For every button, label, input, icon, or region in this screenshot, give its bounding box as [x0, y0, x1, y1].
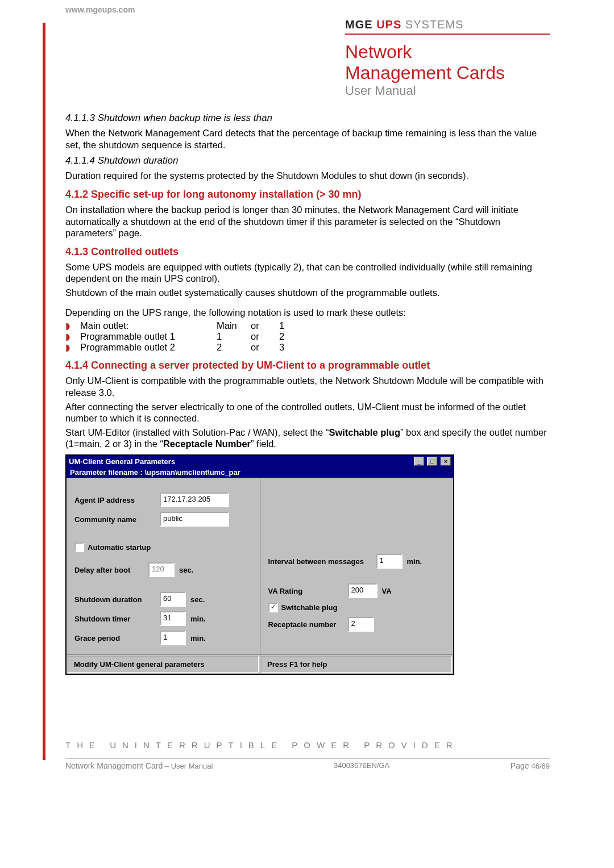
- interval-label: Interval between messages: [268, 557, 376, 566]
- text-414c-a: Start UM-Editor (installed with Solution…: [65, 427, 329, 437]
- brand-mge: MGE: [345, 18, 373, 31]
- window-titlebar[interactable]: UM-Client General Parameters _ □ ×: [67, 456, 453, 467]
- text-4114: Duration required for the systems protec…: [65, 170, 550, 182]
- delay-unit: sec.: [179, 566, 193, 574]
- doc-title-line2: Management Cards: [345, 62, 550, 84]
- footer-left: Network Management Card – User Manual: [65, 761, 213, 770]
- status-left: Modify UM-Client general parameters: [68, 656, 259, 673]
- heading-412: 4.1.2 Specific set-up for long autonomy …: [65, 189, 550, 201]
- va-label: VA Rating: [268, 587, 348, 595]
- heading-413: 4.1.3 Controlled outlets: [65, 246, 550, 258]
- receptacle-input[interactable]: 2: [348, 617, 374, 632]
- outlet-c2: or: [251, 331, 279, 342]
- minimize-button[interactable]: _: [414, 457, 424, 466]
- outlet-c3: 1: [279, 320, 302, 331]
- outlet-row-0: ◗ Main outlet: Main or 1: [65, 320, 550, 331]
- text-414c: Start UM-Editor (installed with Solution…: [65, 427, 550, 450]
- doc-title-line1: Network: [345, 41, 550, 62]
- va-unit: VA: [382, 587, 392, 595]
- interval-unit: min.: [407, 557, 422, 566]
- um-client-window: UM-Client General Parameters _ □ × Param…: [65, 454, 454, 675]
- window-title: UM-Client General Parameters: [69, 457, 175, 466]
- header-right: MGE UPS SYSTEMS Network Management Cards…: [345, 18, 550, 98]
- outlet-label: Programmable outlet 2: [80, 342, 217, 353]
- agent-ip-label: Agent IP address: [74, 496, 160, 504]
- footer-right: Page 46/69: [511, 761, 550, 770]
- text-414c-e: ” field.: [251, 439, 276, 449]
- brand-row: MGE UPS SYSTEMS: [345, 18, 550, 32]
- shutdown-timer-unit: min.: [190, 615, 206, 623]
- outlet-c2: or: [251, 320, 279, 331]
- outlet-c1: 1: [217, 331, 251, 342]
- outlet-c2: or: [251, 342, 279, 353]
- bullet-icon: ◗: [65, 342, 80, 353]
- maximize-button[interactable]: □: [427, 457, 437, 466]
- close-button[interactable]: ×: [441, 457, 451, 466]
- doc-subtitle: User Manual: [345, 84, 550, 98]
- va-input[interactable]: 200: [348, 583, 377, 598]
- grace-input[interactable]: 1: [160, 631, 186, 645]
- grace-unit: min.: [190, 634, 206, 642]
- outlet-c3: 2: [279, 331, 302, 342]
- text-413c: Depending on the UPS range, the followin…: [65, 307, 550, 319]
- community-label: Community name: [74, 515, 160, 524]
- bullet-icon: ◗: [65, 320, 80, 331]
- switchable-checkbox[interactable]: ✓: [268, 603, 278, 612]
- status-right: Press F1 for help: [261, 656, 452, 673]
- shutdown-timer-label: Shutdown timer: [74, 615, 160, 623]
- heading-4113: 4.1.1.3 Shutdown when backup time is les…: [65, 112, 550, 124]
- footer-right-a: Page: [511, 761, 532, 770]
- text-414a: Only UM-Client is compatible with the pr…: [65, 375, 550, 398]
- auto-startup-checkbox[interactable]: [74, 542, 84, 552]
- footer-right-b: 46/69: [531, 762, 550, 770]
- shutdown-dur-input[interactable]: 60: [160, 592, 186, 607]
- right-pane: Interval between messages 1 min. VA Rati…: [260, 478, 454, 654]
- interval-input[interactable]: 1: [376, 554, 403, 569]
- delay-label: Delay after boot: [74, 566, 148, 574]
- outlet-c1: 2: [217, 342, 251, 353]
- brand-ups: UPS: [376, 18, 401, 31]
- brand-systems: SYSTEMS: [405, 18, 464, 31]
- community-input[interactable]: public: [160, 512, 229, 527]
- auto-startup-label: Automatic startup: [88, 543, 151, 552]
- outlet-c1: Main: [217, 320, 251, 331]
- shutdown-timer-input[interactable]: 31: [160, 611, 186, 626]
- text-414b: After connecting the server electrically…: [65, 401, 550, 424]
- shutdown-dur-label: Shutdown duration: [74, 595, 160, 604]
- text-414c-d: Receptacle Number: [163, 439, 251, 449]
- window-subtitle: Parameter filename : \upsman\umclient\um…: [67, 467, 453, 478]
- window-controls: _ □ ×: [413, 457, 451, 466]
- header-url: www.mgeups.com: [65, 5, 135, 14]
- heading-4114: 4.1.1.4 Shutdown duration: [65, 155, 550, 166]
- outlet-label: Programmable outlet 1: [80, 331, 217, 342]
- text-413b: Shutdown of the main outlet systematical…: [65, 287, 550, 299]
- outlet-label: Main outlet:: [80, 320, 217, 331]
- left-stripe: [43, 23, 45, 760]
- text-412: On installation where the backup period …: [65, 204, 550, 239]
- text-413a: Some UPS models are equipped with outlet…: [65, 261, 550, 285]
- heading-414: 4.1.4 Connecting a server protected by U…: [65, 360, 550, 372]
- shutdown-dur-unit: sec.: [190, 595, 205, 604]
- tagline: THE UNINTERRUPTIBLE POWER PROVIDER: [65, 740, 459, 750]
- content: 4.1.1.3 Shutdown when backup time is les…: [65, 108, 550, 675]
- left-pane: Agent IP address 172.17.23.205 Community…: [67, 478, 260, 654]
- outlet-c3: 3: [279, 342, 302, 353]
- footer-left-a: Network Management Card: [65, 761, 163, 770]
- status-bar: Modify UM-Client general parameters Pres…: [67, 654, 453, 674]
- outlet-row-2: ◗ Programmable outlet 2 2 or 3: [65, 342, 550, 353]
- brand-underline: [345, 34, 550, 35]
- text-414c-b: Switchable plug: [329, 427, 400, 437]
- bullet-icon: ◗: [65, 331, 80, 342]
- switchable-label: Switchable plug: [281, 603, 338, 612]
- agent-ip-input[interactable]: 172.17.23.205: [160, 493, 229, 507]
- text-4113: When the Network Management Card detects…: [65, 127, 550, 151]
- delay-input[interactable]: 120: [148, 562, 175, 577]
- footer-center: 34003676EN/GA: [334, 761, 389, 770]
- page-footer: Network Management Card – User Manual 34…: [65, 758, 550, 770]
- outlet-row-1: ◗ Programmable outlet 1 1 or 2: [65, 331, 550, 342]
- footer-left-b: – User Manual: [163, 762, 213, 770]
- receptacle-label: Receptacle number: [268, 620, 348, 629]
- grace-label: Grace period: [74, 634, 160, 642]
